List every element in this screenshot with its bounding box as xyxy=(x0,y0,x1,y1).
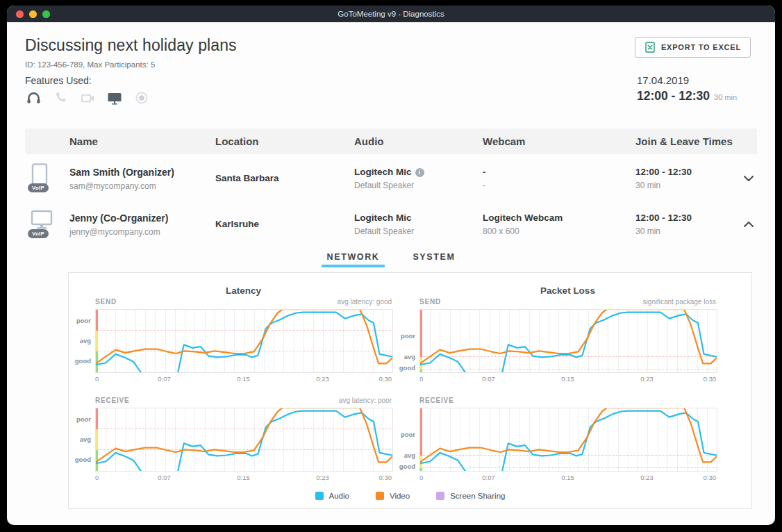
features-used-icons xyxy=(25,90,150,106)
voip-device-icon: VoIP xyxy=(31,209,58,240)
x-axis-labels: 00:070:150:230:30 xyxy=(419,375,716,383)
x-axis-tick: 0:07 xyxy=(482,375,495,383)
audio-speaker: Default Speaker xyxy=(354,225,483,238)
x-axis-tick: 0:07 xyxy=(158,474,171,481)
join-leave-time: 12:00 - 12:30 xyxy=(635,165,740,179)
export-button-label: EXPORT TO EXCEL xyxy=(661,43,741,51)
x-axis-tick: 0:30 xyxy=(379,474,392,481)
x-axis-tick: 0:15 xyxy=(237,474,250,481)
table-row: VoIP Jenny (Co-Organizer) jenny@mycompan… xyxy=(25,201,757,247)
audio-device: Logitech Mic xyxy=(354,211,483,225)
line-audio xyxy=(96,411,392,471)
y-axis-label: avg xyxy=(404,451,415,459)
export-to-excel-button[interactable]: EXPORT TO EXCEL xyxy=(635,37,751,58)
voip-badge: VoIP xyxy=(28,229,49,238)
y-axis-label: good xyxy=(399,462,415,469)
legend-label: Video xyxy=(390,492,410,500)
participants-table-header: Name Location Audio Webcam Join & Leave … xyxy=(25,128,757,154)
y-axis-labels: pooravggood xyxy=(70,408,94,470)
y-axis-label: poor xyxy=(76,317,91,324)
active-tab-underline xyxy=(322,265,385,267)
info-icon[interactable]: i xyxy=(415,168,424,177)
x-axis-tick: 0 xyxy=(95,375,99,383)
diagnostics-tabs: NETWORK SYSTEM xyxy=(7,252,775,267)
column-join-leave: Join & Leave Times xyxy=(635,135,740,147)
x-axis-tick: 0:07 xyxy=(158,375,171,383)
participant-location: Santa Barbara xyxy=(215,172,354,185)
chart-legend: AudioVideoScreen Sharing xyxy=(69,492,751,500)
webcam-resolution: - xyxy=(483,179,635,192)
x-axis-tick: 0:23 xyxy=(640,375,654,383)
webcam-device: - xyxy=(483,165,635,179)
headset-icon xyxy=(25,90,42,106)
audio-speaker: Default Speaker xyxy=(354,179,483,192)
chevron-up-icon[interactable] xyxy=(740,217,757,231)
x-axis-tick: 0:30 xyxy=(704,474,717,481)
meeting-datetime: 17.04.2019 12:00 - 12:3030 min xyxy=(637,74,737,103)
voip-badge: VoIP xyxy=(28,183,49,192)
direction-label: RECEIVE xyxy=(419,397,454,404)
chart-annotation: avg latency: poor xyxy=(339,397,392,404)
chart-plot-area xyxy=(419,309,717,373)
direction-label: SEND xyxy=(95,298,117,306)
column-audio: Audio xyxy=(354,135,483,147)
excel-icon xyxy=(644,42,656,53)
chart-panel-header: RECEIVE xyxy=(419,397,716,404)
legend-label: Audio xyxy=(329,492,349,500)
tab-network[interactable]: NETWORK xyxy=(327,252,380,267)
y-axis-label: poor xyxy=(401,331,415,339)
chart-panel-header: RECEIVEavg latency: poor xyxy=(95,397,392,404)
join-leave-time: 12:00 - 12:30 xyxy=(635,211,740,225)
page-title: Discussing next holiday plans xyxy=(25,36,237,55)
x-axis-tick: 0 xyxy=(419,474,423,481)
chart-group-title: Latency xyxy=(95,285,392,296)
audio-device: Logitech Mic xyxy=(354,167,412,177)
line-audio xyxy=(96,313,392,372)
meeting-time-range: 12:00 - 12:30 xyxy=(637,89,710,103)
x-axis-tick: 0:23 xyxy=(316,474,329,481)
voip-device-icon: VoIP xyxy=(31,163,58,194)
x-axis-tick: 0:30 xyxy=(379,375,392,383)
participant-email: sam@mycompany.com xyxy=(69,180,215,192)
participant-name: Jenny (Co-Organizer) xyxy=(69,211,215,226)
participant-name: Sam Smith (Organizer) xyxy=(69,165,215,180)
screen-share-icon xyxy=(106,90,123,106)
chart-panel-header: SENDsignificant package loss xyxy=(419,298,716,306)
chart-annotation: significant package loss xyxy=(642,298,716,306)
x-axis-tick: 0:23 xyxy=(640,474,654,481)
features-used-label: Features Used: xyxy=(25,75,92,86)
x-axis-tick: 0:23 xyxy=(316,375,329,383)
y-axis-label: avg xyxy=(80,435,91,443)
chevron-down-icon[interactable] xyxy=(740,172,757,185)
x-axis-tick: 0:15 xyxy=(237,375,250,383)
session-duration: 30 min xyxy=(635,225,740,238)
column-name: Name xyxy=(69,135,215,147)
network-charts-panel: LatencySENDavg latency: goodpooravggood0… xyxy=(68,272,752,509)
screen: GoToMeeting v9 - Diagnostics Discussing … xyxy=(0,0,782,532)
legend-item-audio: Audio xyxy=(315,492,349,500)
chart-group-title: Packet Loss xyxy=(419,285,716,296)
x-axis-labels: 00:070:150:230:30 xyxy=(95,375,392,383)
legend-item-video: Video xyxy=(376,492,410,500)
line-audio xyxy=(420,411,717,471)
chart-plot-area xyxy=(419,408,717,472)
column-location: Location xyxy=(215,135,354,147)
x-axis-labels: 00:070:150:230:30 xyxy=(419,474,716,482)
record-icon xyxy=(133,90,150,106)
direction-label: SEND xyxy=(419,298,441,306)
y-axis-label: good xyxy=(75,356,91,364)
x-axis-labels: 00:070:150:230:30 xyxy=(95,474,392,482)
legend-swatch xyxy=(315,492,324,500)
legend-label: Screen Sharing xyxy=(450,492,505,500)
app-window: GoToMeeting v9 - Diagnostics Discussing … xyxy=(7,6,775,525)
x-axis-tick: 0:15 xyxy=(561,375,574,383)
tab-system[interactable]: SYSTEM xyxy=(413,252,455,267)
webcam-resolution: 800 x 600 xyxy=(483,225,635,238)
participant-location: Karlsruhe xyxy=(215,217,354,231)
column-webcam: Webcam xyxy=(483,135,635,147)
y-axis-label: poor xyxy=(76,415,91,423)
y-axis-label: avg xyxy=(404,353,415,360)
meeting-date: 17.04.2019 xyxy=(637,74,737,86)
direction-label: RECEIVE xyxy=(95,397,130,404)
x-axis-tick: 0:15 xyxy=(561,474,574,481)
